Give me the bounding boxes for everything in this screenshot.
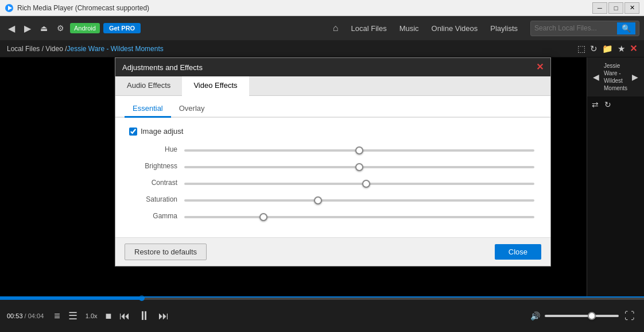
repeat-icon[interactable]: ↻	[604, 100, 611, 109]
nav-local-files[interactable]: Local Files	[346, 22, 393, 35]
playlist-button[interactable]: ☰	[66, 307, 80, 325]
home-icon[interactable]: ⌂	[328, 21, 343, 36]
np-prev-button[interactable]: ◀	[592, 71, 600, 83]
main-area: Adjustments and Effects ✕ Audio Effects …	[0, 57, 644, 296]
prev-button[interactable]: ⏮	[117, 308, 132, 325]
gamma-slider-row: Gamma	[129, 211, 537, 220]
breadcrumb-bar: Local Files / Video / Jessie Ware - Wild…	[0, 40, 644, 57]
sub-tab-essential[interactable]: Essential	[125, 101, 171, 118]
saturation-slider-row: Saturation	[129, 195, 537, 203]
dialog-overlay: Adjustments and Effects ✕ Audio Effects …	[115, 57, 587, 296]
search-button[interactable]: 🔍	[617, 22, 635, 34]
nav-playlists[interactable]: Playlists	[484, 22, 523, 35]
toolbar: ◀ ▶ ⏏ ⚙ Android Get PRO ⌂ Local Files Mu…	[0, 16, 644, 40]
image-adjust-row: Image adjust	[129, 127, 537, 136]
get-pro-button[interactable]: Get PRO	[103, 23, 141, 33]
titlebar-close-button[interactable]: ✕	[624, 2, 639, 14]
dialog-tabs: Audio Effects Video Effects	[115, 76, 550, 96]
hue-slider[interactable]	[184, 149, 534, 152]
hue-label: Hue	[131, 145, 177, 153]
breadcrumb-current[interactable]: Jessie Ware - Wildest Moments	[67, 45, 164, 53]
contrast-label: Contrast	[131, 179, 177, 187]
brightness-slider[interactable]	[184, 166, 534, 168]
right-panel: ◀ Jessie Ware - Wildest Moments ▶ ⇄ ↻	[587, 57, 644, 296]
app-title: Rich Media Player (Chromecast supported)	[17, 4, 591, 12]
cast-icon[interactable]: ⬚	[577, 44, 585, 54]
brightness-slider-container	[184, 161, 534, 170]
saturation-slider[interactable]	[184, 199, 534, 202]
np-next-button[interactable]: ▶	[631, 71, 639, 83]
brightness-label: Brightness	[131, 162, 177, 170]
app-icon	[5, 3, 14, 13]
bottom-controls: 00:53 / 04:04 ≡ ☰ 1.0x ■ ⏮ ⏸ ⏭ 🔊 ⛶	[0, 296, 644, 332]
saturation-slider-container	[184, 195, 534, 203]
shuffle-icon[interactable]: ⇄	[592, 100, 599, 109]
progress-bar[interactable]	[0, 298, 644, 300]
minimize-button[interactable]: ─	[592, 2, 607, 14]
now-playing: ◀ Jessie Ware - Wildest Moments ▶	[587, 57, 644, 96]
android-button[interactable]: Android	[70, 23, 100, 33]
time-current: 00:53	[7, 312, 23, 319]
close-dialog-button[interactable]: Close	[495, 244, 541, 260]
volume-icon[interactable]: 🔊	[528, 309, 542, 323]
gamma-slider-container	[184, 211, 534, 220]
sub-tabs: Essential Overlay	[115, 96, 550, 118]
dialog-body: Image adjust Hue Brightness	[115, 118, 550, 237]
brightness-slider-row: Brightness	[129, 161, 537, 170]
adjustments-dialog: Adjustments and Effects ✕ Audio Effects …	[115, 57, 551, 267]
equalizer-button[interactable]: ≡	[52, 308, 63, 325]
refresh-icon[interactable]: ↻	[590, 44, 598, 54]
forward-button[interactable]: ▶	[21, 21, 34, 36]
time-total: 04:04	[28, 312, 44, 319]
gamma-label: Gamma	[131, 212, 177, 220]
volume-slider[interactable]	[545, 315, 619, 317]
volume-area: 🔊	[528, 309, 619, 323]
eject-button[interactable]: ⏏	[37, 21, 51, 35]
image-adjust-label[interactable]: Image adjust	[129, 127, 183, 136]
sub-tab-overlay[interactable]: Overlay	[171, 101, 213, 118]
bottom-right-icons: ⇄ ↻	[587, 96, 644, 113]
breadcrumb-path: Local Files / Video /	[7, 45, 67, 53]
maximize-button[interactable]: □	[608, 2, 623, 14]
star-icon[interactable]: ★	[618, 44, 625, 54]
settings-button[interactable]: ⚙	[53, 21, 68, 35]
tab-video-effects[interactable]: Video Effects	[182, 76, 249, 96]
dialog-close-button[interactable]: ✕	[536, 63, 544, 72]
stop-button[interactable]: ■	[103, 308, 114, 325]
dialog-titlebar: Adjustments and Effects ✕	[115, 58, 550, 76]
pause-button[interactable]: ⏸	[135, 306, 153, 326]
search-input[interactable]	[534, 24, 615, 32]
breadcrumb-close-icon[interactable]: ✕	[630, 43, 637, 54]
nav-online-videos[interactable]: Online Videos	[426, 22, 484, 35]
contrast-slider[interactable]	[184, 183, 534, 185]
search-box: 🔍	[530, 21, 639, 36]
back-button[interactable]: ◀	[5, 21, 18, 36]
saturation-label: Saturation	[131, 195, 177, 203]
title-bar: Rich Media Player (Chromecast supported)…	[0, 0, 644, 16]
restore-defaults-button[interactable]: Restore to defaults	[125, 244, 207, 260]
contrast-slider-container	[184, 178, 534, 187]
fullscreen-button[interactable]: ⛶	[622, 308, 637, 325]
folder-icon[interactable]: 📁	[602, 44, 613, 54]
next-button[interactable]: ⏭	[156, 308, 171, 325]
image-adjust-checkbox[interactable]	[129, 128, 137, 136]
progress-fill	[0, 298, 142, 300]
hue-slider-container	[184, 145, 534, 153]
tab-audio-effects[interactable]: Audio Effects	[115, 76, 182, 96]
speed-button[interactable]: 1.0x	[83, 310, 100, 322]
dialog-footer: Restore to defaults Close	[115, 237, 550, 266]
contrast-slider-row: Contrast	[129, 178, 537, 187]
dialog-title: Adjustments and Effects	[122, 63, 203, 72]
now-playing-text: Jessie Ware - Wildest Moments	[604, 62, 627, 92]
time-display: 00:53 / 04:04	[7, 312, 44, 319]
nav-music[interactable]: Music	[394, 22, 425, 35]
controls-row: 00:53 / 04:04 ≡ ☰ 1.0x ■ ⏮ ⏸ ⏭ 🔊 ⛶	[0, 300, 644, 332]
gamma-slider[interactable]	[184, 216, 534, 218]
breadcrumb-icons: ⬚ ↻ 📁 ★ ✕	[577, 43, 637, 54]
hue-slider-row: Hue	[129, 145, 537, 153]
nav-links: Local Files Music Online Videos Playlist…	[346, 22, 524, 35]
video-area: Adjustments and Effects ✕ Audio Effects …	[0, 57, 587, 296]
